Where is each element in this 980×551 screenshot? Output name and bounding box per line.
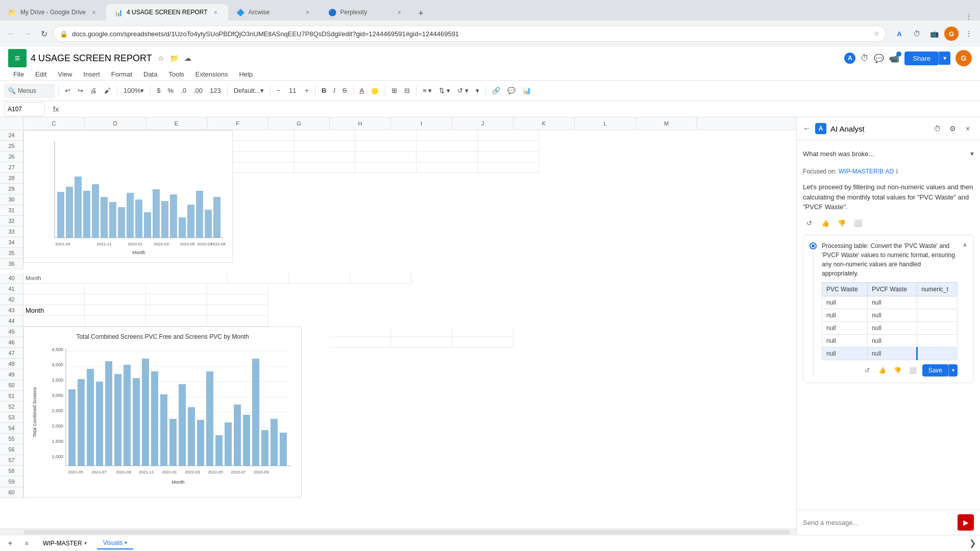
ai-footer-thumbsup[interactable]: 👍 bbox=[876, 364, 889, 377]
ai-regenerate-icon[interactable]: ↺ bbox=[803, 217, 815, 230]
video-btn[interactable]: 📹 bbox=[889, 54, 899, 63]
add-sheet-button[interactable]: + bbox=[4, 537, 16, 549]
link-button[interactable]: 🔗 bbox=[489, 84, 503, 98]
wip-master-dropdown-icon[interactable]: ▾ bbox=[84, 540, 87, 546]
sheet-tab-visuals[interactable]: Visuals ▾ bbox=[97, 537, 133, 549]
cell-43-month[interactable]: Month bbox=[23, 305, 85, 316]
ai-thumbsup-icon[interactable]: 👍 bbox=[819, 217, 831, 230]
col-i[interactable]: I bbox=[391, 117, 452, 130]
decimal2-button[interactable]: .00 bbox=[190, 84, 206, 98]
cast-icon[interactable]: 📺 bbox=[927, 27, 941, 41]
focused-value[interactable]: WIP-MASTER!B:AD bbox=[839, 168, 894, 175]
arcwise-tab-close[interactable]: × bbox=[304, 8, 312, 16]
menu-file[interactable]: File bbox=[8, 68, 29, 80]
col-m[interactable]: M bbox=[636, 117, 697, 130]
profile-icon[interactable]: G bbox=[944, 27, 959, 41]
save-button[interactable]: Save bbox=[922, 364, 948, 377]
italic-button[interactable]: I bbox=[330, 84, 338, 98]
back-button[interactable]: ← bbox=[4, 27, 18, 41]
url-bar[interactable]: 🔒 docs.google.com/spreadsheets/d/1UzoTo4… bbox=[53, 26, 886, 42]
tab-sheets[interactable]: 📊 4 USAGE SCREEN REPORT × bbox=[106, 4, 228, 20]
comments-btn[interactable]: 💬 bbox=[874, 54, 884, 63]
share-dropdown-button[interactable]: ▾ bbox=[939, 52, 950, 65]
ai-panel-back-button[interactable]: ← bbox=[803, 124, 811, 133]
perplexity-tab-close[interactable]: × bbox=[396, 8, 404, 16]
rotate-button[interactable]: ↺ ▾ bbox=[454, 84, 472, 98]
align-button[interactable]: ≡ ▾ bbox=[420, 84, 435, 98]
menu-tools[interactable]: Tools bbox=[163, 68, 189, 80]
col-l[interactable]: L bbox=[575, 117, 636, 130]
ai-thumbsdown-icon[interactable]: 👎 bbox=[836, 217, 848, 230]
value-button[interactable]: 123 bbox=[207, 84, 224, 98]
forward-button[interactable]: → bbox=[20, 27, 35, 41]
col-e[interactable]: E bbox=[146, 117, 207, 130]
tab-gdrive[interactable]: 📁 My Drive - Google Drive × bbox=[0, 4, 106, 20]
strikethrough-button[interactable]: S bbox=[339, 84, 350, 98]
scroll-thumb-h[interactable] bbox=[23, 530, 790, 534]
paint-format-button[interactable]: 🖌 bbox=[101, 84, 114, 98]
gdrive-tab-close[interactable]: × bbox=[90, 8, 98, 16]
history-btn[interactable]: ⏱ bbox=[861, 54, 869, 63]
ai-copy-icon[interactable]: ⬜ bbox=[852, 217, 864, 230]
currency-button[interactable]: $ bbox=[154, 84, 163, 98]
ai-send-button[interactable]: ▶ bbox=[958, 514, 974, 531]
valign-button[interactable]: ⇅ ▾ bbox=[436, 84, 453, 98]
menu-insert[interactable]: Insert bbox=[78, 68, 105, 80]
arcwise-icon-btn[interactable]: A bbox=[844, 53, 855, 64]
col-g[interactable]: G bbox=[268, 117, 330, 130]
fill-color-button[interactable]: ⬤ bbox=[368, 84, 382, 98]
chart-button[interactable]: 📊 bbox=[520, 84, 534, 98]
cloud-save-icon[interactable]: ☁ bbox=[183, 53, 193, 63]
history-icon[interactable]: ⏱ bbox=[910, 27, 924, 41]
save-dropdown-button[interactable]: ▾ bbox=[948, 364, 958, 377]
format-select[interactable]: Default... ▾ bbox=[231, 84, 267, 98]
visuals-dropdown-icon[interactable]: ▾ bbox=[125, 540, 127, 545]
ai-message-input[interactable] bbox=[803, 519, 953, 527]
col-h[interactable]: H bbox=[330, 117, 391, 130]
doc-title[interactable]: 4 USAGE SCREEN REPORT bbox=[31, 53, 152, 64]
ai-settings-icon[interactable]: ⚙ bbox=[946, 122, 959, 135]
menu-help[interactable]: Help bbox=[234, 68, 258, 80]
menu-extensions[interactable]: Extensions bbox=[190, 68, 233, 80]
horizontal-scrollbar[interactable] bbox=[0, 529, 796, 535]
more-options-icon[interactable]: ⋮ bbox=[962, 27, 976, 41]
font-minus-button[interactable]: − bbox=[274, 84, 284, 98]
bold-button[interactable]: B bbox=[318, 84, 329, 98]
cell-24-i[interactable] bbox=[478, 130, 539, 141]
decimal-button[interactable]: .0 bbox=[178, 84, 189, 98]
chart2-container[interactable]: Total Combined Screens PVC Free and Scre… bbox=[23, 327, 302, 497]
cell-24-e[interactable] bbox=[233, 130, 294, 141]
ai-close-icon[interactable]: × bbox=[962, 122, 974, 135]
ai-history-icon[interactable]: ⏱ bbox=[931, 122, 943, 135]
borders-button[interactable]: ⊞ bbox=[388, 84, 400, 98]
menu-format[interactable]: Format bbox=[106, 68, 137, 80]
redo-button[interactable]: ↪ bbox=[75, 84, 86, 98]
collapse-panel-button[interactable]: ❯ bbox=[969, 538, 976, 548]
col-f[interactable]: F bbox=[207, 117, 268, 130]
cell-24-h[interactable] bbox=[416, 130, 478, 141]
collapse-button[interactable]: ∧ bbox=[963, 241, 967, 248]
comment-button[interactable]: 💬 bbox=[504, 84, 519, 98]
font-size-input[interactable]: 11 bbox=[284, 84, 301, 98]
print-button[interactable]: 🖨 bbox=[87, 84, 100, 98]
tab-perplexity[interactable]: 🔵 Perplexity × bbox=[320, 4, 412, 20]
sheet-menu-button[interactable]: ≡ bbox=[20, 537, 33, 549]
reload-button[interactable]: ↻ bbox=[37, 27, 51, 41]
percent-button[interactable]: % bbox=[164, 84, 177, 98]
menus-search[interactable]: 🔍 Menus bbox=[4, 84, 55, 98]
bookmark-icon[interactable]: ☆ bbox=[874, 30, 879, 37]
cell-name-box[interactable]: A107 bbox=[4, 102, 45, 116]
tab-arcwise[interactable]: 🔷 Arcwise × bbox=[228, 4, 320, 20]
extension-btn[interactable]: ⋮ bbox=[966, 13, 972, 20]
col-k[interactable]: K bbox=[513, 117, 575, 130]
menu-view[interactable]: View bbox=[53, 68, 77, 80]
cell-24-f[interactable] bbox=[294, 130, 355, 141]
fx-button[interactable]: fx bbox=[49, 105, 63, 113]
cell-40-month[interactable]: Month bbox=[23, 273, 228, 284]
focused-info-icon[interactable]: ℹ bbox=[896, 168, 898, 175]
new-tab-button[interactable]: + bbox=[414, 6, 428, 20]
zoom-button[interactable]: 100% ▾ bbox=[120, 84, 147, 98]
col-d[interactable]: D bbox=[85, 117, 146, 130]
ai-footer-copy[interactable]: ⬜ bbox=[907, 364, 919, 377]
text-color-button[interactable]: A bbox=[357, 84, 368, 98]
